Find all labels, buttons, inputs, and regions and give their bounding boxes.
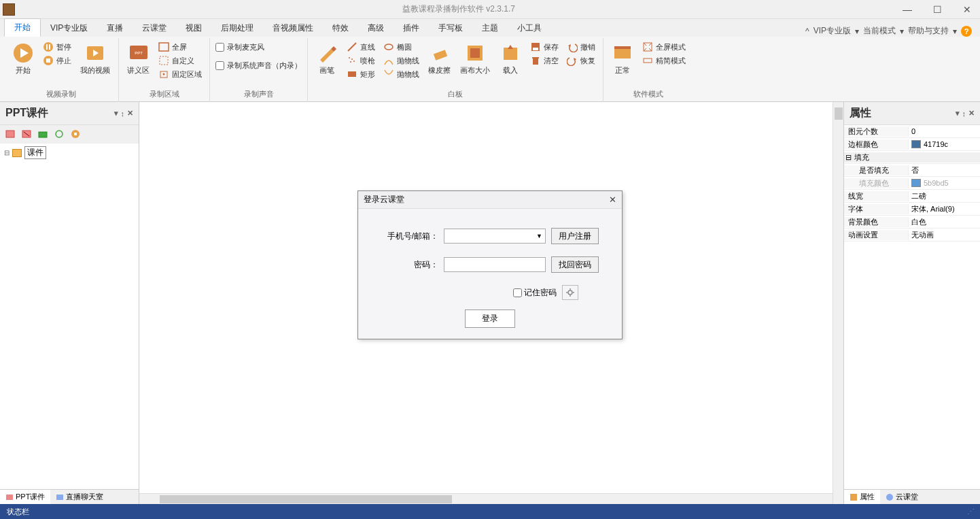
caret-up-icon[interactable]: ^ [805, 27, 809, 36]
prop-row-has-fill[interactable]: 是否填充否 [844, 164, 980, 177]
redo-button[interactable]: 恢复 [565, 54, 597, 67]
horizontal-scrollbar[interactable] [139, 493, 833, 504]
pen-icon [316, 42, 338, 64]
tab-cloud[interactable]: 云课堂 [133, 20, 176, 37]
prop-row-bg-color[interactable]: 背景颜色白色 [844, 216, 980, 229]
pen-button[interactable]: 画笔 [313, 41, 340, 77]
stop-preview-button[interactable] [69, 128, 82, 140]
refresh-button[interactable] [53, 128, 65, 140]
tree-root-item[interactable]: ⊟ 课件 [4, 146, 135, 159]
parabola1-button[interactable]: 抛物线 [381, 54, 421, 67]
prop-row-count[interactable]: 图元个数0 [844, 125, 980, 138]
register-button[interactable]: 用户注册 [551, 228, 599, 244]
link-current-mode[interactable]: 当前模式 [863, 25, 896, 37]
normal-mode-button[interactable]: 正常 [609, 41, 636, 77]
panel-close-icon[interactable]: ✕ [127, 109, 133, 118]
minimize-button[interactable]: — [897, 3, 917, 16]
dialog-close-button[interactable]: ✕ [609, 195, 616, 205]
login-button[interactable]: 登录 [465, 309, 515, 328]
my-videos-button[interactable]: 我的视频 [77, 41, 113, 77]
chevron-down-icon[interactable]: ▼ [533, 233, 545, 239]
panel-pin-icon[interactable]: ↕ [962, 110, 966, 118]
add-slide-button[interactable] [4, 128, 16, 140]
load-button[interactable]: 载入 [497, 41, 524, 77]
svg-rect-3 [46, 44, 48, 50]
spray-button[interactable]: 喷枪 [345, 54, 377, 67]
dialog-titlebar[interactable]: 登录云课堂 ✕ [358, 191, 622, 209]
prop-row-border-color[interactable]: 边框颜色41719c [844, 138, 980, 151]
link-help[interactable]: 帮助与支持 [908, 25, 949, 37]
tab-live-chat[interactable]: 直播聊天室 [50, 490, 109, 504]
prop-row-line-width[interactable]: 线宽二磅 [844, 190, 980, 203]
close-button[interactable]: ✕ [957, 3, 977, 16]
pause-icon [43, 41, 54, 52]
collapse-icon[interactable]: ⊟ [845, 153, 852, 162]
phone-email-combo[interactable]: ▼ [444, 229, 546, 244]
undo-button[interactable]: 撤销 [565, 41, 597, 53]
tab-live[interactable]: 直播 [97, 20, 133, 37]
maximize-button[interactable]: ☐ [927, 3, 947, 16]
clear-button[interactable]: 清空 [528, 54, 561, 67]
tab-av[interactable]: 音视频属性 [263, 20, 323, 37]
tab-plugin[interactable]: 插件 [393, 20, 429, 37]
lecture-area-button[interactable]: PPT 讲义区 [124, 41, 152, 77]
compact-mode-button[interactable]: 精简模式 [640, 54, 688, 67]
settings-gear-button[interactable] [562, 285, 578, 300]
open-folder-button[interactable] [37, 128, 49, 140]
curve2-icon [383, 69, 394, 80]
svg-line-15 [348, 43, 356, 51]
panel-pin-icon[interactable]: ↕ [121, 110, 125, 118]
prop-category-fill[interactable]: ⊟填充 [844, 151, 980, 164]
v-scroll-thumb[interactable] [835, 107, 843, 120]
panel-dropdown-icon[interactable]: ▾ [956, 109, 960, 118]
tab-vip[interactable]: VIP专业版 [41, 20, 97, 37]
tab-adv[interactable]: 高级 [358, 20, 393, 37]
svg-point-46 [886, 494, 893, 501]
tab-theme[interactable]: 主题 [472, 20, 508, 37]
record-mic-checkbox[interactable]: 录制麦克风 [215, 41, 302, 54]
record-system-audio-checkbox[interactable]: 录制系统声音（内录） [215, 59, 302, 72]
ellipse-button[interactable]: 椭圆 [381, 41, 421, 53]
rect-button[interactable]: 矩形 [345, 68, 377, 80]
panel-dropdown-icon[interactable]: ▾ [114, 109, 118, 118]
right-panel-tabs: 属性 云课堂 [844, 489, 980, 504]
resize-grip-icon[interactable]: ⋰ [967, 507, 973, 516]
find-password-button[interactable]: 找回密码 [551, 256, 599, 273]
tab-cloud-classroom[interactable]: 云课堂 [880, 490, 924, 504]
prop-row-animation[interactable]: 动画设置无动画 [844, 229, 980, 241]
eraser-button[interactable]: 橡皮擦 [425, 41, 453, 77]
tab-view[interactable]: 视图 [176, 20, 211, 37]
start-record-button[interactable]: 开始 [10, 41, 37, 77]
tab-start[interactable]: 开始 [4, 18, 41, 37]
custom-region-button[interactable]: 自定义 [156, 54, 204, 67]
vertical-scrollbar[interactable] [833, 102, 843, 504]
tab-tablet[interactable]: 手写板 [429, 20, 472, 37]
parabola2-button[interactable]: 抛物线 [381, 68, 421, 80]
tab-tools[interactable]: 小工具 [508, 20, 551, 37]
expand-icon[interactable]: ⊟ [4, 149, 10, 156]
panel-close-icon[interactable]: ✕ [968, 109, 975, 118]
save-whiteboard-button[interactable]: 保存 [528, 41, 561, 53]
window-icon [612, 42, 633, 64]
tab-properties[interactable]: 属性 [844, 490, 880, 504]
line-button[interactable]: 直线 [345, 41, 377, 53]
h-scroll-thumb[interactable] [160, 495, 452, 503]
remember-password-checkbox[interactable]: 记住密码 [513, 287, 557, 299]
canvas-size-button[interactable]: 画布大小 [457, 41, 493, 77]
tab-post[interactable]: 后期处理 [211, 20, 263, 37]
stop-button[interactable]: 停止 [41, 54, 73, 67]
help-icon[interactable]: ? [961, 26, 972, 37]
prop-row-fill-color[interactable]: 填充颜色5b9bd5 [844, 177, 980, 190]
tab-fx[interactable]: 特效 [323, 20, 358, 37]
fullscreen-mode-button[interactable]: 全屏模式 [640, 41, 688, 53]
fixed-region-button[interactable]: 固定区域 [156, 68, 204, 80]
fullscreen-region-button[interactable]: 全屏 [156, 41, 204, 53]
password-input[interactable] [444, 257, 546, 272]
pause-button[interactable]: 暂停 [41, 41, 73, 53]
link-vip-pro[interactable]: VIP专业版 [813, 25, 851, 37]
ribbon-group-region: PPT 讲义区 全屏 自定义 固定区域 录制区域 [119, 38, 210, 102]
tab-ppt-courseware[interactable]: PPT课件 [0, 490, 50, 504]
delete-slide-button[interactable] [20, 128, 33, 140]
prop-row-font[interactable]: 字体宋体, Arial(9) [844, 203, 980, 216]
svg-rect-27 [533, 48, 538, 50]
